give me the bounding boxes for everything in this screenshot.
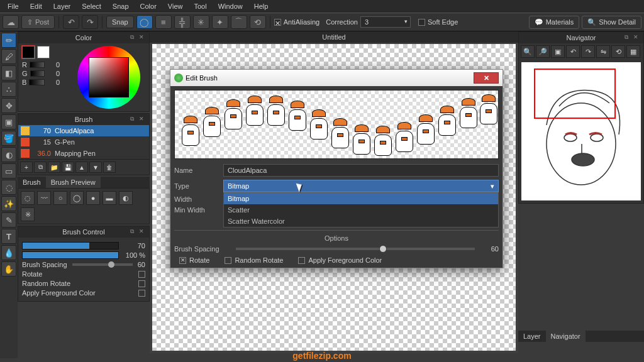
close-icon[interactable]: ✕: [139, 116, 147, 123]
tab-navigator[interactable]: Navigator: [546, 331, 586, 342]
close-icon[interactable]: ✕: [633, 34, 641, 41]
brush-shape[interactable]: ◌: [21, 191, 35, 205]
g-slider[interactable]: [30, 70, 45, 77]
brush-shape[interactable]: 〰: [37, 191, 51, 205]
brush-save-icon[interactable]: 💾: [62, 162, 74, 173]
move-tool-icon[interactable]: ✥: [1, 98, 16, 113]
brush-dup-icon[interactable]: ⧉: [34, 162, 47, 173]
menu-help[interactable]: Help: [249, 1, 274, 11]
name-input[interactable]: CloudAlpaca: [223, 164, 499, 177]
tab-layer[interactable]: Layer: [518, 331, 546, 342]
close-icon[interactable]: ✕: [139, 34, 147, 41]
foreground-swatch[interactable]: [22, 46, 35, 58]
color-wheel[interactable]: [77, 46, 140, 109]
materials-button[interactable]: 💬 Materials: [529, 16, 580, 29]
brush-shape[interactable]: ▬: [103, 191, 116, 205]
lasso-tool-icon[interactable]: ◌: [1, 180, 16, 195]
detach-icon[interactable]: ⧉: [625, 34, 632, 41]
menu-layer[interactable]: Layer: [48, 1, 76, 11]
brush-down-icon[interactable]: ▼: [89, 162, 102, 173]
brush-shape[interactable]: ◐: [119, 191, 133, 205]
applyfg-checkbox-dlg[interactable]: Apply Foreground Color: [298, 256, 382, 264]
eyedropper-tool-icon[interactable]: 💧: [1, 245, 16, 260]
snap-grid-icon[interactable]: ╬: [174, 15, 191, 29]
cloud-icon[interactable]: ☁: [3, 15, 19, 29]
brush-folder-icon[interactable]: 📁: [48, 162, 60, 173]
pen-tool-icon[interactable]: 🖊: [1, 49, 16, 64]
antialias-checkbox[interactable]: ✕AntiAliasing: [274, 18, 319, 26]
brush-shape[interactable]: ◯: [70, 191, 84, 205]
brush-item-mapping[interactable]: 36.0Mapping Pen: [18, 148, 149, 159]
grid-icon[interactable]: ▦: [626, 45, 640, 58]
brush-item-cloudalpaca[interactable]: 70CloudAlpaca: [18, 125, 149, 136]
snap-circle-icon[interactable]: ◯: [136, 15, 153, 29]
detach-icon[interactable]: ⧉: [130, 34, 138, 41]
detach-icon[interactable]: ⧉: [130, 228, 138, 236]
applyfg-checkbox[interactable]: [138, 290, 145, 297]
type-option-scatter-watercolor[interactable]: Scatter Watercolor: [224, 216, 498, 227]
selectpen-tool-icon[interactable]: ✎: [1, 212, 16, 228]
viewport-indicator[interactable]: [534, 69, 616, 119]
brush-add-icon[interactable]: +: [20, 162, 33, 173]
fit-icon[interactable]: ▣: [551, 45, 565, 58]
b-slider[interactable]: [29, 79, 45, 85]
brush-shape[interactable]: ○: [53, 191, 67, 205]
dot-tool-icon[interactable]: ∴: [1, 82, 16, 97]
bucket-tool-icon[interactable]: 🪣: [1, 131, 16, 146]
brush-up-icon[interactable]: ▲: [75, 162, 88, 173]
size-slider[interactable]: [22, 242, 119, 250]
redo-button[interactable]: ↷: [82, 15, 98, 29]
brush-delete-icon[interactable]: 🗑: [103, 162, 116, 173]
random-checkbox[interactable]: [138, 280, 145, 287]
snap-label[interactable]: Snap: [106, 16, 134, 28]
rotate-right-icon[interactable]: ↷: [581, 45, 595, 58]
zoom-out-icon[interactable]: 🔎: [536, 45, 550, 58]
snap-burst-icon[interactable]: ✳: [193, 15, 209, 29]
gradient-tool-icon[interactable]: ◐: [1, 147, 16, 162]
snap-star-icon[interactable]: ✦: [212, 15, 228, 29]
showdetail-button[interactable]: 🔍 Show Detail: [582, 16, 641, 29]
menu-color[interactable]: Color: [135, 1, 162, 11]
softedge-checkbox[interactable]: Soft Edge: [418, 18, 458, 26]
detach-icon[interactable]: ⧉: [130, 116, 138, 123]
brush-shape[interactable]: ※: [21, 207, 35, 221]
select-rect-tool-icon[interactable]: ▭: [1, 163, 16, 178]
hand-tool-icon[interactable]: ✋: [1, 261, 16, 277]
menu-tool[interactable]: Tool: [189, 1, 211, 11]
rotate-left-icon[interactable]: ↶: [566, 45, 580, 58]
menu-edit[interactable]: Edit: [25, 1, 47, 11]
wand-tool-icon[interactable]: ✨: [1, 196, 16, 211]
zoom-in-icon[interactable]: 🔍: [521, 45, 535, 58]
flip-h-icon[interactable]: ⇋: [596, 45, 610, 58]
brush-tool-icon[interactable]: ✏: [1, 33, 16, 48]
snap-reset-icon[interactable]: ⟲: [250, 15, 266, 29]
menu-file[interactable]: File: [3, 1, 24, 11]
snap-curve-icon[interactable]: ⌒: [231, 15, 247, 29]
rotate-checkbox[interactable]: [138, 271, 145, 278]
random-rotate-checkbox-dlg[interactable]: Random Rotate: [225, 256, 283, 264]
snap-lines-icon[interactable]: ≡: [155, 15, 172, 29]
spacing-slider[interactable]: [72, 263, 133, 266]
eraser-tool-icon[interactable]: ◧: [1, 65, 16, 80]
brush-spacing-slider[interactable]: [236, 248, 475, 250]
tab-brush-preview[interactable]: Brush Preview: [46, 177, 101, 188]
menu-window[interactable]: Window: [213, 1, 248, 11]
menu-snap[interactable]: Snap: [108, 1, 134, 11]
brush-item-gpen[interactable]: 15G-Pen: [18, 136, 149, 148]
close-icon[interactable]: ✕: [139, 228, 147, 236]
type-dropdown[interactable]: Bitmap Bitmap Scatter Scatter Watercolor: [223, 180, 499, 192]
opacity-slider[interactable]: [22, 251, 119, 259]
text-tool-icon[interactable]: T: [1, 229, 16, 244]
menu-select[interactable]: Select: [77, 1, 106, 11]
tab-brush[interactable]: Brush: [18, 177, 46, 188]
background-swatch[interactable]: [37, 46, 50, 58]
correction-select[interactable]: 3: [360, 16, 411, 28]
fill-tool-icon[interactable]: ▣: [1, 114, 16, 129]
reset-icon[interactable]: ⟲: [611, 45, 625, 58]
rotate-checkbox-dlg[interactable]: ✕Rotate: [179, 256, 209, 264]
r-slider[interactable]: [30, 62, 45, 68]
undo-button[interactable]: ↶: [63, 15, 79, 29]
type-option-bitmap[interactable]: Bitmap: [224, 193, 498, 204]
type-option-scatter[interactable]: Scatter: [224, 204, 498, 216]
brush-shape[interactable]: ●: [86, 191, 100, 205]
